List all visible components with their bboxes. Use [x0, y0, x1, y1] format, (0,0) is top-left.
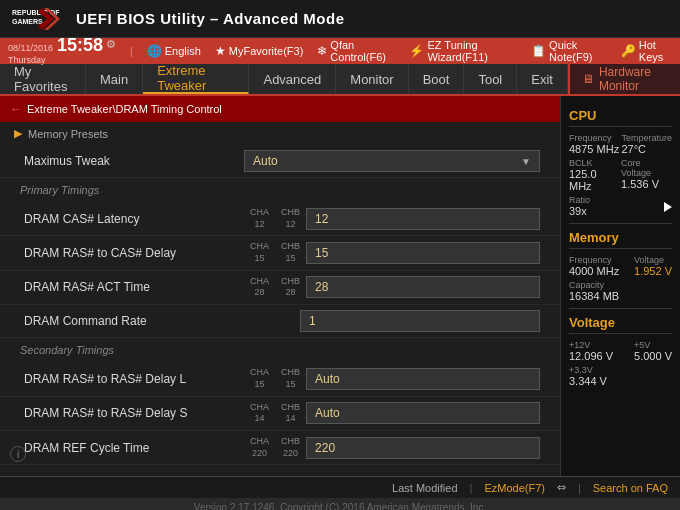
tuning-icon: ⚡: [409, 44, 424, 58]
nav-bar: My Favorites Main Extreme Tweaker Advanc…: [0, 64, 680, 96]
star-icon: ★: [215, 44, 226, 58]
primary-timings-header: Primary Timings: [0, 178, 560, 202]
cpu-section-title: CPU: [569, 108, 672, 127]
dram-ras-ras-delay-s-value[interactable]: Auto: [306, 402, 540, 424]
dram-cas-latency-value[interactable]: 12: [306, 208, 540, 230]
chb-indicator-3: CHB28: [281, 276, 300, 299]
settings-icon[interactable]: ⚙: [106, 38, 116, 51]
svg-text:GAMERS: GAMERS: [12, 18, 43, 25]
nav-main[interactable]: Main: [86, 64, 143, 94]
dram-ras-act-time-label: DRAM RAS# ACT Time: [24, 280, 244, 294]
language-selector[interactable]: 🌐 English: [147, 44, 201, 58]
footer-separator-2: |: [578, 482, 581, 494]
secondary-timings-header: Secondary Timings: [0, 338, 560, 362]
capacity-label: Capacity: [569, 280, 672, 290]
hot-keys-button[interactable]: 🔑 Hot Keys: [621, 39, 672, 63]
breadcrumb: ← Extreme Tweaker\DRAM Timing Control: [0, 96, 560, 122]
cursor-indicator: [664, 202, 672, 212]
topbar: 08/11/2016 Thursday 15:58 ⚙ | 🌐 English …: [0, 38, 680, 64]
search-faq-button[interactable]: Search on FAQ: [593, 482, 668, 494]
v33-row: +3.3V 3.344 V: [569, 365, 672, 387]
dropdown-arrow-icon: ▼: [521, 156, 531, 167]
my-favorite-button[interactable]: ★ MyFavorite(F3): [215, 44, 304, 58]
version-bar: Version 2.17.1246. Copyright (C) 2016 Am…: [0, 498, 680, 510]
v12-label: +12V: [569, 340, 613, 350]
qfan-control-button[interactable]: ❄ Qfan Control(F6): [317, 39, 395, 63]
nav-my-favorites[interactable]: My Favorites: [0, 64, 86, 94]
chb-indicator-5: CHB14: [281, 402, 300, 425]
hw-monitor-toggle[interactable]: 🖥 Hardware Monitor: [568, 64, 680, 94]
v33-value: 3.344 V: [569, 375, 672, 387]
capacity-value: 16384 MB: [569, 290, 672, 302]
nav-monitor[interactable]: Monitor: [336, 64, 408, 94]
dram-ras-act-time-row: DRAM RAS# ACT Time CHA28 CHB28 28: [0, 271, 560, 305]
cha-indicator-2: CHA15: [250, 241, 269, 264]
ratio-label: Ratio: [569, 195, 590, 205]
v12-row: +12V 12.096 V +5V 5.000 V: [569, 340, 672, 362]
footer-separator: |: [470, 482, 473, 494]
cpu-bclk-row: BCLK 125.0 MHz Core Voltage 1.536 V: [569, 158, 672, 192]
nav-exit[interactable]: Exit: [517, 64, 568, 94]
cha-indicator-5: CHA14: [250, 402, 269, 425]
divider-2: [569, 308, 672, 309]
monitor-icon: 🖥: [582, 72, 594, 86]
dram-command-rate-label: DRAM Command Rate: [24, 314, 244, 328]
mem-capacity-row: Capacity 16384 MB: [569, 280, 672, 302]
dram-ras-act-time-value[interactable]: 28: [306, 276, 540, 298]
info-icon[interactable]: i: [10, 446, 26, 462]
nav-extreme-tweaker[interactable]: Extreme Tweaker: [143, 64, 249, 94]
memory-presets-header: ▶ Memory Presets: [0, 122, 560, 145]
dram-ras-ras-delay-l-row: DRAM RAS# to RAS# Delay L CHA15 CHB15 Au…: [0, 362, 560, 396]
core-voltage-label: Core Voltage: [621, 158, 672, 178]
mem-freq-value: 4000 MHz: [569, 265, 619, 277]
cpu-temp-value: 27°C: [621, 143, 672, 155]
maximus-tweak-select[interactable]: Auto ▼: [244, 150, 540, 172]
divider-1: [569, 223, 672, 224]
chb-indicator-4: CHB15: [281, 367, 300, 390]
dram-ras-cas-delay-row: DRAM RAS# to CAS# Delay CHA15 CHB15 15: [0, 236, 560, 270]
maximus-tweak-label: Maximus Tweak: [24, 154, 244, 168]
footer-bar: Last Modified | EzMode(F7) ⇔ | Search on…: [0, 476, 680, 498]
ez-tuning-button[interactable]: ⚡ EZ Tuning Wizard(F11): [409, 39, 517, 63]
nav-tool[interactable]: Tool: [464, 64, 517, 94]
dram-command-rate-row: DRAM Command Rate 1: [0, 305, 560, 338]
cpu-temp-label: Temperature: [621, 133, 672, 143]
bios-content: ← Extreme Tweaker\DRAM Timing Control ▶ …: [0, 96, 560, 476]
version-text: Version 2.17.1246. Copyright (C) 2016 Am…: [194, 502, 486, 511]
fan-icon: ❄: [317, 44, 327, 58]
voltage-section-title: Voltage: [569, 315, 672, 334]
v5-value: 5.000 V: [634, 350, 672, 362]
dram-ref-cycle-time-label: DRAM REF Cycle Time: [24, 441, 244, 455]
cha-indicator-3: CHA28: [250, 276, 269, 299]
dram-command-rate-value[interactable]: 1: [300, 310, 540, 332]
cha-indicator-6: CHA220: [250, 436, 269, 459]
cpu-freq-value: 4875 MHz: [569, 143, 619, 155]
chb-indicator-6: CHB220: [281, 436, 300, 459]
clock-display: 15:58: [57, 36, 103, 54]
nav-boot[interactable]: Boot: [409, 64, 465, 94]
expand-arrow-icon[interactable]: ▶: [14, 127, 22, 140]
nav-advanced[interactable]: Advanced: [249, 64, 336, 94]
key-icon: 🔑: [621, 44, 636, 58]
quick-note-button[interactable]: 📋 Quick Note(F9): [531, 39, 607, 63]
mem-freq-label: Frequency: [569, 255, 619, 265]
mem-voltage-label: Voltage: [634, 255, 672, 265]
dram-ras-ras-delay-l-label: DRAM RAS# to RAS# Delay L: [24, 372, 244, 386]
dram-ras-cas-delay-value[interactable]: 15: [306, 242, 540, 264]
dram-ras-ras-delay-s-row: DRAM RAS# to RAS# Delay S CHA14 CHB14 Au…: [0, 397, 560, 431]
cha-indicator: CHA12: [250, 207, 269, 230]
chb-indicator: CHB12: [281, 207, 300, 230]
hw-monitor-panel: CPU Frequency 4875 MHz Temperature 27°C …: [560, 96, 680, 476]
chb-indicator-2: CHB15: [281, 241, 300, 264]
dram-ras-ras-delay-l-value[interactable]: Auto: [306, 368, 540, 390]
ez-mode-button[interactable]: EzMode(F7): [484, 482, 545, 494]
date-display: 08/11/2016 Thursday: [8, 43, 53, 66]
bios-header: REPUBLIC OF GAMERS UEFI BIOS Utility – A…: [0, 0, 680, 38]
globe-icon: 🌐: [147, 44, 162, 58]
dram-cas-latency-row: DRAM CAS# Latency CHA12 CHB12 12: [0, 202, 560, 236]
cpu-freq-row: Frequency 4875 MHz Temperature 27°C: [569, 133, 672, 155]
core-voltage-value: 1.536 V: [621, 178, 672, 190]
back-arrow-icon[interactable]: ←: [10, 102, 22, 116]
dram-ref-cycle-time-value[interactable]: 220: [306, 437, 540, 459]
cha-indicator-4: CHA15: [250, 367, 269, 390]
